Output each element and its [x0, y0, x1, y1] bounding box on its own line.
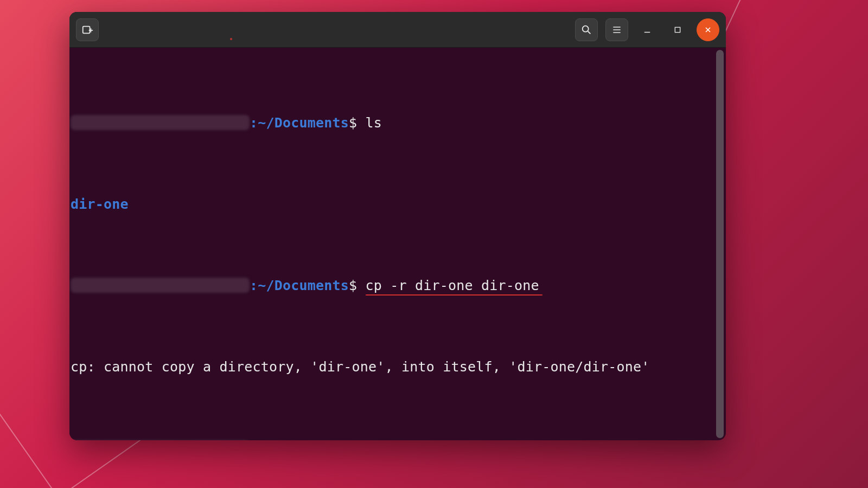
search-button[interactable] [575, 18, 598, 41]
prompt-symbol: $ [349, 115, 366, 131]
close-button[interactable] [697, 18, 719, 41]
menu-button[interactable] [605, 18, 628, 41]
new-tab-button[interactable] [76, 18, 99, 41]
terminal-line: :~/Documents$ cp -r dir-one dir-one [71, 278, 723, 294]
ls-output-dir: dir-one [71, 196, 129, 213]
prompt-sep: : [250, 278, 258, 294]
window-titlebar [69, 12, 726, 48]
command-text: cp -r dir-one dir-one [366, 278, 539, 293]
maximize-button[interactable] [666, 18, 689, 41]
red-underline-annotation [366, 294, 542, 296]
terminal-line: :~/Documents$ ls [71, 115, 723, 131]
terminal-line: cp: cannot copy a directory, 'dir-one', … [71, 359, 723, 375]
terminal-line: dir-one [71, 196, 723, 213]
prompt-sep: : [250, 115, 258, 131]
svg-rect-9 [675, 27, 680, 32]
svg-rect-0 [83, 26, 90, 33]
minimize-button[interactable] [636, 18, 659, 41]
terminal-body[interactable]: :~/Documents$ ls dir-one :~/Documents$ c… [69, 48, 726, 440]
command-text: ls [366, 115, 382, 131]
prompt-path: ~/Documents [258, 115, 349, 131]
svg-line-4 [588, 31, 591, 34]
redacted-user-host [71, 115, 250, 130]
terminal-window: :~/Documents$ ls dir-one :~/Documents$ c… [69, 12, 726, 440]
redacted-user-host [71, 278, 250, 293]
svg-point-3 [583, 25, 589, 31]
terminal-output: :~/Documents$ ls dir-one :~/Documents$ c… [69, 50, 726, 440]
highlighted-command: cp -r dir-one dir-one [366, 278, 539, 294]
recording-indicator-icon [230, 38, 232, 40]
prompt-symbol: $ [349, 278, 366, 294]
desktop-decoration-line [0, 235, 62, 488]
command-output: cp: cannot copy a directory, 'dir-one', … [71, 359, 650, 375]
prompt-path: ~/Documents [258, 278, 349, 294]
scrollbar[interactable] [716, 50, 724, 438]
